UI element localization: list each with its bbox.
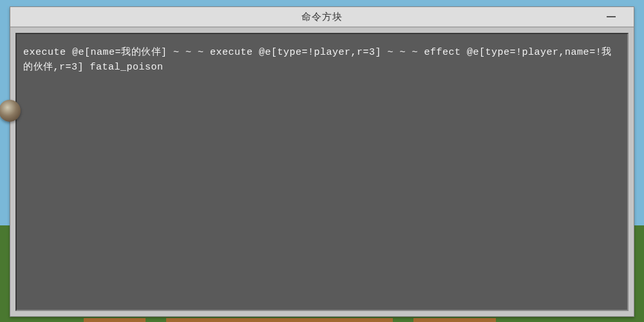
command-text: execute @e[name=我的伙伴] ~ ~ ~ execute @e[t… <box>23 46 621 75</box>
titlebar: 命令方块 <box>10 7 634 28</box>
window-title: 命令方块 <box>301 11 343 23</box>
hotbar-hint <box>84 318 496 322</box>
command-input-area[interactable]: execute @e[name=我的伙伴] ~ ~ ~ execute @e[t… <box>15 33 629 311</box>
minimize-button[interactable] <box>607 16 616 17</box>
command-block-window: 命令方块 execute @e[name=我的伙伴] ~ ~ ~ execute… <box>10 6 634 317</box>
